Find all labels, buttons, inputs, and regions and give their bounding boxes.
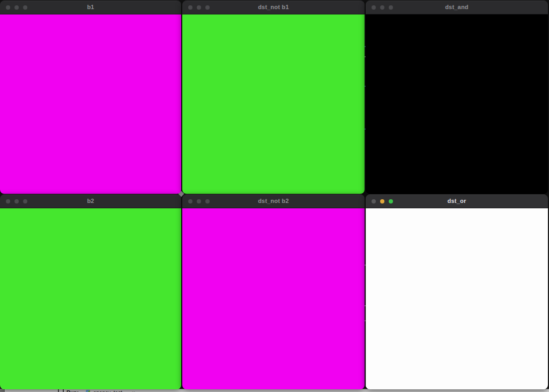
zoom-button[interactable] bbox=[23, 5, 27, 10]
titlebar-b1[interactable]: b1 bbox=[0, 1, 181, 14]
close-button[interactable] bbox=[188, 199, 192, 203]
window-b2: b2 bbox=[0, 194, 181, 389]
close-button[interactable] bbox=[6, 199, 10, 203]
traffic-lights bbox=[188, 194, 210, 208]
run-panel-label: Run: bbox=[66, 390, 79, 392]
window-dst-and: dst_and bbox=[366, 1, 548, 194]
close-button[interactable] bbox=[188, 5, 192, 10]
traffic-lights bbox=[372, 1, 393, 14]
minimize-button[interactable] bbox=[197, 199, 201, 203]
close-button[interactable] bbox=[6, 5, 10, 10]
window-title: dst_and bbox=[366, 1, 548, 14]
close-button[interactable] bbox=[372, 199, 376, 203]
zoom-button[interactable] bbox=[389, 199, 393, 203]
ide-panel-divider bbox=[58, 389, 59, 392]
image-content-green bbox=[182, 14, 365, 194]
minimize-button[interactable] bbox=[380, 199, 384, 203]
window-title: dst_or bbox=[366, 194, 548, 208]
ide-panel-divider bbox=[63, 389, 64, 392]
window-dst-not-b2: dst_not b2 bbox=[182, 194, 365, 389]
minimize-button[interactable] bbox=[14, 199, 19, 203]
zoom-button[interactable] bbox=[205, 5, 210, 10]
window-title: dst_not b2 bbox=[182, 194, 365, 208]
run-config-icon bbox=[86, 390, 90, 392]
titlebar-b2[interactable]: b2 bbox=[0, 194, 181, 208]
window-b1: b1 bbox=[0, 1, 181, 194]
image-content-white bbox=[366, 208, 548, 389]
minimize-button[interactable] bbox=[14, 5, 19, 10]
image-content-black bbox=[366, 14, 548, 194]
run-tab-opencv-test[interactable]: opencv_test bbox=[93, 390, 122, 392]
image-content-green bbox=[0, 208, 181, 389]
zoom-button[interactable] bbox=[205, 199, 210, 203]
titlebar-dst-and[interactable]: dst_and bbox=[366, 1, 548, 14]
traffic-lights bbox=[6, 194, 27, 208]
zoom-button[interactable] bbox=[23, 199, 27, 203]
titlebar-dst-or[interactable]: dst_or bbox=[366, 194, 548, 208]
minimize-button[interactable] bbox=[380, 5, 384, 10]
titlebar-dst-not-b2[interactable]: dst_not b2 bbox=[182, 194, 365, 208]
window-dst-or: dst_or bbox=[366, 194, 548, 389]
titlebar-dst-not-b1[interactable]: dst_not b1 bbox=[182, 1, 365, 14]
close-button[interactable] bbox=[372, 5, 376, 10]
window-dst-not-b1: dst_not b1 bbox=[182, 1, 365, 194]
image-content-magenta bbox=[182, 208, 365, 389]
traffic-lights bbox=[6, 1, 27, 14]
zoom-button[interactable] bbox=[389, 5, 393, 10]
ide-toolwindow-gutter bbox=[0, 389, 5, 392]
traffic-lights bbox=[372, 194, 393, 208]
traffic-lights bbox=[188, 1, 210, 14]
image-content-magenta bbox=[0, 14, 181, 194]
close-icon[interactable]: × bbox=[132, 390, 135, 392]
minimize-button[interactable] bbox=[197, 5, 201, 10]
window-title: dst_not b1 bbox=[182, 1, 365, 14]
